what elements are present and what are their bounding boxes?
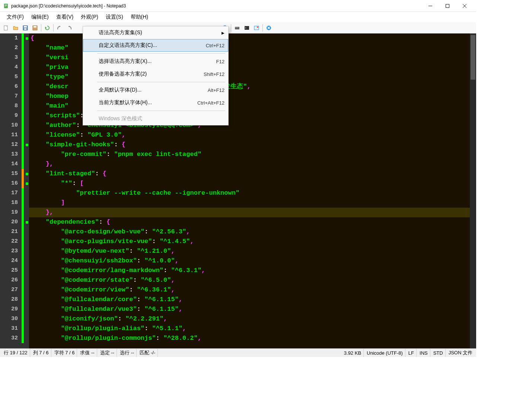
status-size[interactable]: 3.92 KB [342, 349, 364, 357]
minimize-button[interactable] [422, 0, 439, 12]
close-button[interactable] [456, 0, 473, 12]
status-encoding[interactable]: Unicode (UTF-8) [364, 349, 405, 357]
line-number: 14 [0, 159, 18, 169]
line-number: 2 [0, 43, 18, 53]
line-number: 16 [0, 179, 18, 188]
change-marker [21, 266, 25, 275]
status-ins[interactable]: INS [417, 349, 430, 357]
change-marker [21, 150, 25, 159]
code-line[interactable]: "@fullcalendar/vue3": "^6.1.15", [29, 304, 470, 314]
fold-cell [25, 304, 29, 314]
menu-item[interactable]: 当前方案默认字体(H)...Ctrl+Alt+F12 [83, 96, 228, 109]
code-line[interactable]: "simple-git-hooks": { [29, 140, 470, 150]
fold-cell [25, 314, 29, 324]
new-file-button[interactable] [1, 23, 10, 32]
fold-cell [25, 217, 29, 227]
code-line[interactable]: "@arco-design/web-vue": "^2.56.3", [29, 227, 470, 237]
vertical-scrollbar[interactable] [470, 33, 476, 348]
menu-view[interactable]: 查看(V) [52, 13, 77, 22]
status-std[interactable]: STD [431, 349, 446, 357]
fold-toggle[interactable] [25, 37, 29, 40]
line-number: 30 [0, 314, 18, 324]
pin-button[interactable] [252, 23, 261, 32]
menu-item[interactable]: 语法高亮方案集(S)▶ [83, 26, 228, 39]
code-line[interactable]: "@codemirror/state": "^6.5.0", [29, 275, 470, 285]
code-line[interactable]: "dependencies": { [29, 217, 470, 227]
status-line[interactable]: 行 19 / 122 [1, 349, 30, 357]
code-line[interactable]: "@fullcalendar/core": "^6.1.15", [29, 295, 470, 304]
change-marker [21, 82, 25, 92]
line-number: 6 [0, 82, 18, 92]
code-line[interactable]: "*": [ [29, 179, 470, 188]
code-line[interactable]: "@chensuiyi/ssh2box": "^1.0.0", [29, 256, 470, 266]
status-eol[interactable]: LF [406, 349, 417, 357]
status-col[interactable]: 列 7 / 6 [31, 349, 51, 357]
line-number: 32 [0, 333, 18, 343]
code-line[interactable]: "prettier --write --cache --ignore-unkno… [29, 188, 470, 198]
fold-toggle[interactable] [25, 172, 29, 176]
undo-button[interactable] [55, 23, 64, 32]
cancel-button[interactable] [264, 23, 273, 32]
fold-cell [25, 169, 29, 179]
menu-item[interactable]: 选择语法高亮方案(X)...F12 [83, 55, 228, 68]
status-sel[interactable]: 选定 -- [98, 349, 117, 357]
code-line[interactable]: "@bytemd/vue-next": "^1.21.0", [29, 246, 470, 256]
menu-edit[interactable]: 编辑(E) [28, 13, 52, 22]
menu-help[interactable]: 帮助(H) [127, 13, 152, 22]
maximize-button[interactable] [439, 0, 456, 12]
change-marker [21, 140, 25, 150]
code-line[interactable]: "@rollup/plugin-alias": "^5.1.1", [29, 324, 470, 333]
submenu-arrow-icon: ▶ [222, 31, 224, 35]
line-number: 25 [0, 266, 18, 275]
code-line[interactable]: "lint-staged": { [29, 169, 470, 179]
code-line[interactable]: "@arco-plugins/vite-vue": "^1.4.5", [29, 237, 470, 246]
change-marker [21, 246, 25, 256]
code-line[interactable]: ] [29, 198, 470, 208]
status-eval[interactable]: 求值 -- [78, 349, 97, 357]
code-line[interactable]: "@codemirror/lang-markdown": "^6.3.1", [29, 266, 470, 275]
keyboard-button[interactable] [233, 23, 242, 32]
open-file-button[interactable] [11, 23, 20, 32]
fold-toggle[interactable] [25, 182, 29, 185]
change-marker [21, 53, 25, 63]
change-marker [21, 188, 25, 198]
fold-cell [25, 198, 29, 208]
menu-file[interactable]: 文件(F) [3, 13, 28, 22]
code-line[interactable]: "pre-commit": "pnpm exec lint-staged" [29, 150, 470, 159]
scroll-thumb[interactable] [471, 35, 475, 80]
svg-rect-1 [5, 4, 7, 5]
status-lang[interactable]: JSON 文件 [446, 349, 475, 357]
editor[interactable]: 1234567891011121314151617181920212223242… [0, 33, 476, 348]
menu-item[interactable]: 使用备选基本方案(2)Shift+F12 [83, 68, 228, 80]
svg-rect-18 [236, 27, 237, 28]
save-as-button[interactable] [31, 23, 39, 32]
redo-button[interactable] [65, 23, 74, 32]
line-number: 28 [0, 295, 18, 304]
save-button[interactable] [21, 23, 30, 32]
code-line[interactable]: "@rollup/plugin-commonjs": "^28.0.2", [29, 333, 470, 343]
fold-toggle[interactable] [25, 143, 29, 147]
code-line[interactable]: "license": "GPL 3.0", [29, 130, 470, 140]
fold-cell [25, 121, 29, 130]
code-line[interactable]: "@codemirror/view": "^6.36.1", [29, 285, 470, 295]
fold-margin[interactable] [25, 33, 29, 348]
status-match[interactable]: 匹配 -/- [137, 349, 158, 357]
menu-item[interactable]: 全局默认字体(D)...Alt+F12 [83, 84, 228, 96]
fold-cell [25, 256, 29, 266]
menu-settings[interactable]: 设置(S) [102, 13, 127, 22]
status-sel-lines[interactable]: 选行 -- [118, 349, 137, 357]
change-marker [21, 130, 25, 140]
line-number: 19 [0, 208, 18, 217]
status-char[interactable]: 字符 7 / 6 [52, 349, 77, 357]
appearance-submenu[interactable]: 语法高亮方案集(S)▶自定义语法高亮方案(C)...Ctrl+F12选择语法高亮… [83, 26, 229, 125]
svg-rect-2 [5, 5, 7, 6]
change-marker [21, 159, 25, 169]
revert-button[interactable] [43, 23, 52, 32]
menu-item[interactable]: 自定义语法高亮方案(C)...Ctrl+F12 [83, 39, 228, 52]
menu-appearance[interactable]: 外观(P) [77, 13, 102, 22]
console-button[interactable] [242, 23, 251, 32]
fold-toggle[interactable] [25, 221, 29, 224]
code-line[interactable]: }, [29, 208, 470, 217]
code-line[interactable]: }, [29, 159, 470, 169]
code-line[interactable]: "@iconify/json": "^2.2.291", [29, 314, 470, 324]
